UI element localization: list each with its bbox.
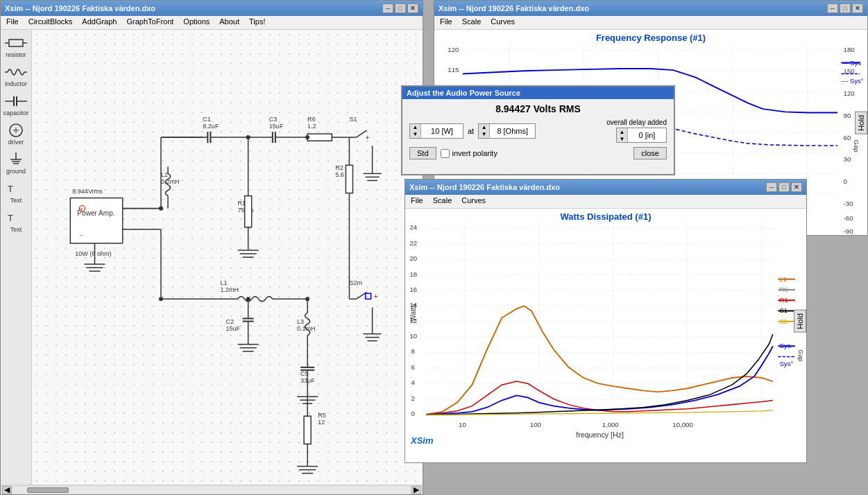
svg-text:10: 10 [409, 332, 417, 340]
watts-minimize-button[interactable]: ─ [766, 182, 777, 192]
svg-text:16: 16 [409, 286, 417, 293]
main-controls: ─ □ ✕ [382, 3, 418, 13]
dialog-volts: 8.94427 Volts RMS [409, 103, 667, 114]
svg-text:–: – [80, 232, 83, 238]
svg-text:+: + [80, 206, 83, 212]
hscroll-track[interactable] [13, 487, 410, 494]
svg-text:S1: S1 [779, 307, 788, 315]
menu-options[interactable]: Options [179, 17, 214, 28]
svg-text:8: 8 [411, 348, 415, 356]
svg-text:1.2mH: 1.2mH [220, 286, 239, 293]
ground-label: ground [6, 168, 26, 175]
svg-text:1,000: 1,000 [602, 421, 619, 428]
power-down-button[interactable]: ▼ [410, 131, 421, 138]
svg-text:15uF: 15uF [225, 325, 240, 332]
svg-rect-1 [9, 40, 23, 46]
inductor-label: inductor [5, 80, 27, 87]
sidebar-item-text2[interactable]: T Text [2, 207, 30, 235]
watts-maximize-button[interactable]: □ [778, 182, 790, 192]
impedance-up-button[interactable]: ▲ [479, 124, 490, 131]
dialog-title: Adjust the Audio Power Source [402, 87, 674, 99]
menu-about[interactable]: About [215, 17, 244, 28]
close-button[interactable]: ✕ [407, 3, 418, 13]
svg-text:S2: S2 [779, 318, 788, 325]
std-button[interactable]: Std [409, 147, 436, 159]
watts-menubar: File Scale Curves [405, 195, 806, 209]
watts-menu-file[interactable]: File [407, 196, 427, 207]
svg-point-123 [305, 297, 309, 301]
sidebar-item-driver[interactable]: driver [2, 120, 30, 148]
svg-text:115: 115 [448, 66, 459, 73]
freq-menu-file[interactable]: File [436, 17, 457, 28]
main-title: Xsim -- Njord 190226 Faktiska värden.dxo [5, 4, 382, 12]
freq-hold-button[interactable]: Hold [855, 112, 867, 134]
svg-text:Sys°: Sys° [779, 360, 793, 367]
svg-rect-49 [307, 134, 332, 141]
freq-minimize-button[interactable]: ─ [827, 3, 838, 13]
driver-icon [5, 122, 27, 139]
main-titlebar: Xsim -- Njord 190226 Faktiska värden.dxo… [1, 1, 423, 16]
watts-close-button[interactable]: ✕ [791, 182, 802, 192]
sidebar-item-inductor[interactable]: inductor [2, 62, 30, 89]
watts-hold-button[interactable]: Hold [794, 310, 806, 333]
dialog-button-row: Std invert polarity close [409, 147, 667, 159]
delay-spinner[interactable]: ▲ ▼ [616, 128, 667, 143]
svg-text:R2: R2 [335, 164, 343, 171]
svg-text:S2m: S2m [349, 279, 362, 286]
delay-section: overall delay added ▲ ▼ [606, 119, 667, 143]
menu-graphtofront[interactable]: GraphToFront [122, 17, 178, 28]
sidebar-item-ground[interactable]: ground [2, 149, 30, 177]
power-spinner[interactable]: ▲ ▼ [409, 123, 463, 139]
dialog-main-row: ▲ ▼ at ▲ ▼ overall delay added ▲ [409, 119, 667, 143]
svg-text:90: 90 [844, 112, 851, 119]
sidebar-item-resistor[interactable]: resistor [2, 33, 30, 60]
svg-text:2: 2 [411, 394, 415, 402]
sidebar-item-text1[interactable]: T Text [2, 178, 30, 206]
svg-point-120 [246, 135, 250, 139]
menu-addgraph[interactable]: AddGraph [78, 17, 121, 28]
power-up-button[interactable]: ▲ [410, 124, 421, 131]
freq-maximize-button[interactable]: □ [840, 3, 851, 13]
dialog-body: 8.94427 Volts RMS ▲ ▼ at ▲ ▼ ov [402, 99, 674, 164]
close-button[interactable]: close [633, 147, 667, 159]
svg-text:frequency [Hz]: frequency [Hz] [576, 432, 624, 440]
freq-menu-scale[interactable]: Scale [458, 17, 486, 28]
power-input[interactable] [421, 124, 463, 138]
maximize-button[interactable]: □ [395, 3, 406, 13]
menu-tips[interactable]: Tips! [245, 17, 269, 28]
scroll-left-button[interactable]: ◀ [2, 486, 12, 494]
svg-text:6: 6 [411, 363, 415, 371]
watts-menu-scale[interactable]: Scale [429, 196, 457, 207]
menu-circuitblocks[interactable]: CircuitBlocks [24, 17, 77, 28]
svg-text:L1: L1 [779, 275, 787, 283]
svg-text:L2: L2 [161, 171, 168, 178]
svg-text:─ Sys: ─ Sys [843, 59, 862, 67]
svg-text:T: T [8, 213, 13, 223]
main-hscrollbar[interactable]: ◀ ▶ [1, 485, 423, 494]
delay-up-button[interactable]: ▲ [617, 128, 628, 135]
impedance-down-button[interactable]: ▼ [479, 131, 490, 138]
circuit-canvas[interactable]: Power Amp. + – 8.944Vrms 10W (8 ohm) L2 … [32, 30, 423, 485]
freq-close-button[interactable]: ✕ [852, 3, 863, 13]
svg-text:R1: R1 [779, 296, 788, 304]
watts-menu-curves[interactable]: Curves [457, 196, 490, 207]
watts-chart-svg: 24 22 20 18 16 14 12 10 8 6 4 2 0 Watts [405, 209, 806, 462]
sidebar-item-capacitor[interactable]: capacitor [2, 91, 30, 119]
invert-checkbox[interactable] [441, 149, 450, 158]
hscroll-thumb[interactable] [27, 487, 69, 493]
minimize-button[interactable]: ─ [382, 3, 393, 13]
svg-text:Gap: Gap [853, 140, 860, 153]
impedance-spinner[interactable]: ▲ ▼ [478, 123, 536, 139]
impedance-input[interactable] [490, 124, 535, 138]
main-menubar: File CircuitBlocks AddGraph GraphToFront… [1, 16, 423, 30]
svg-text:--- Sys°: --- Sys° [841, 77, 863, 85]
capacitor-icon [5, 93, 27, 110]
freq-menu-curves[interactable]: Curves [486, 17, 519, 28]
svg-text:Watts: Watts [409, 304, 417, 322]
menu-file[interactable]: File [2, 17, 23, 28]
delay-input[interactable] [628, 128, 666, 142]
svg-text:100: 100 [530, 421, 541, 428]
scroll-right-button[interactable]: ▶ [411, 486, 421, 494]
delay-down-button[interactable]: ▼ [617, 135, 628, 142]
svg-text:10W (8 ohm): 10W (8 ohm) [75, 250, 111, 257]
